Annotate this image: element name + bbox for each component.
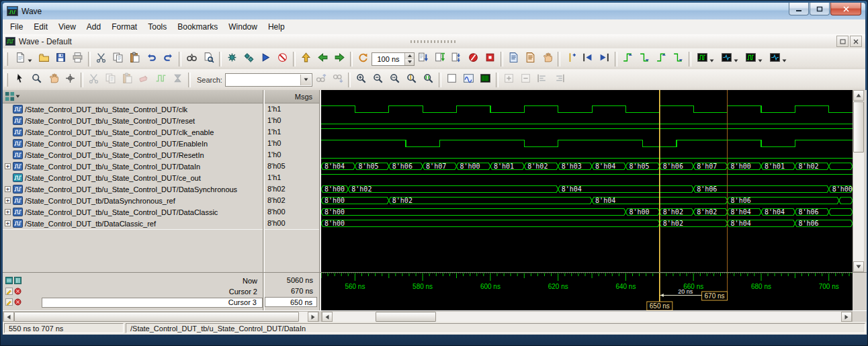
show-leaf-names-button[interactable] bbox=[443, 71, 460, 88]
new-document-button[interactable] bbox=[11, 50, 36, 67]
previous-rising-edge-button[interactable] bbox=[619, 50, 636, 67]
wave-cursor-options-button[interactable] bbox=[693, 50, 718, 67]
pane-undock-button[interactable] bbox=[836, 36, 849, 47]
signal-row[interactable]: /State_Control_DUT_tb/u_State_Control_DU… bbox=[3, 149, 263, 161]
restart-button[interactable] bbox=[355, 50, 372, 67]
wave-compare-options-button[interactable] bbox=[766, 50, 790, 67]
copy-button[interactable] bbox=[110, 50, 126, 67]
compile-all-button[interactable] bbox=[241, 50, 257, 67]
next-transition-button[interactable] bbox=[596, 50, 613, 67]
paste-button[interactable] bbox=[126, 50, 143, 67]
scroll-up-icon[interactable] bbox=[853, 90, 864, 101]
signal-row[interactable]: +/State_Control_DUT_tb/DataSynchronous_r… bbox=[3, 195, 263, 206]
menu-bookmarks[interactable]: Bookmarks bbox=[172, 20, 223, 34]
menu-help[interactable]: Help bbox=[263, 20, 290, 34]
run-all-button[interactable] bbox=[448, 50, 465, 67]
pane-header[interactable]: Wave - Default bbox=[3, 34, 865, 49]
break-button[interactable] bbox=[465, 50, 482, 67]
signal-row[interactable]: +/State_Control_DUT_tb/u_State_Control_D… bbox=[3, 183, 263, 195]
scroll-right-icon[interactable] bbox=[841, 312, 852, 322]
signal-row[interactable]: /State_Control_DUT_tb/u_State_Control_DU… bbox=[3, 172, 263, 183]
scroll-left-icon[interactable] bbox=[3, 312, 14, 322]
redo-button[interactable] bbox=[160, 50, 177, 67]
names-horizontal-scrollbar[interactable] bbox=[3, 311, 319, 322]
maximize-button[interactable] bbox=[810, 3, 830, 15]
pan-mode-button[interactable] bbox=[45, 71, 62, 88]
menu-add[interactable]: Add bbox=[81, 20, 106, 34]
run-length-increase-icon[interactable] bbox=[405, 53, 414, 59]
names-scroll-thumb[interactable] bbox=[14, 312, 299, 322]
names-values-splitter[interactable] bbox=[263, 90, 265, 272]
menu-view[interactable]: View bbox=[53, 20, 81, 34]
names-values-splitter-bottom[interactable] bbox=[263, 273, 265, 310]
zoom-mode-button[interactable] bbox=[28, 71, 45, 88]
insert-cursor-button[interactable] bbox=[562, 50, 579, 67]
select-mode-button[interactable] bbox=[11, 71, 28, 88]
waveform-svg[interactable]: 8'h048'h058'h068'h078'h008'h018'h028'h03… bbox=[321, 90, 853, 272]
menu-format[interactable]: Format bbox=[106, 20, 142, 34]
previous-transition-button[interactable] bbox=[579, 50, 596, 67]
previous-falling-edge-button[interactable] bbox=[653, 50, 670, 67]
find-button[interactable] bbox=[183, 50, 200, 67]
run-button[interactable] bbox=[415, 50, 431, 67]
wave-scroll-thumb[interactable] bbox=[376, 312, 436, 322]
delete-cursor-icon[interactable] bbox=[14, 296, 21, 308]
zoom-cursor-button[interactable] bbox=[403, 71, 420, 88]
wave-signal-options-button[interactable] bbox=[742, 50, 766, 67]
search-text-field[interactable] bbox=[226, 74, 312, 86]
save-button[interactable] bbox=[52, 50, 69, 67]
signal-row[interactable]: /State_Control_DUT_tb/u_State_Control_DU… bbox=[3, 103, 263, 115]
cut-button[interactable] bbox=[93, 50, 110, 67]
titlebar[interactable]: Wave bbox=[3, 3, 865, 20]
scroll-left-icon[interactable] bbox=[322, 312, 333, 322]
show-analog-button[interactable] bbox=[460, 71, 477, 88]
next-rising-edge-button[interactable] bbox=[636, 50, 653, 67]
cursor-row-now[interactable]: Now bbox=[3, 275, 263, 286]
search-dropdown-icon[interactable] bbox=[300, 75, 311, 85]
zoom-range-button[interactable] bbox=[420, 71, 437, 88]
minimize-button[interactable] bbox=[789, 3, 809, 15]
scroll-down-icon[interactable] bbox=[853, 261, 864, 272]
simulate-button[interactable] bbox=[257, 50, 274, 67]
wave-zoom-options-button[interactable] bbox=[718, 50, 742, 67]
expand-toggle[interactable]: + bbox=[5, 198, 11, 204]
signal-row[interactable]: +/State_Control_DUT_tb/u_State_Control_D… bbox=[3, 161, 263, 172]
timeline-svg[interactable]: 560 ns580 ns600 ns620 ns640 ns660 ns680 … bbox=[321, 273, 853, 310]
signal-row[interactable]: /State_Control_DUT_tb/u_State_Control_DU… bbox=[3, 138, 263, 149]
show-grid-button[interactable] bbox=[477, 71, 494, 88]
vertical-scroll-thumb[interactable] bbox=[853, 101, 864, 153]
edit-cursor-icon[interactable] bbox=[5, 296, 13, 308]
menu-tools[interactable]: Tools bbox=[142, 20, 172, 34]
timeline-canvas[interactable]: 560 ns580 ns600 ns620 ns640 ns660 ns680 … bbox=[321, 273, 853, 310]
environment-forward-button[interactable] bbox=[331, 50, 348, 67]
menu-edit[interactable]: Edit bbox=[28, 20, 53, 34]
vertical-scrollbar[interactable] bbox=[853, 90, 864, 272]
zoom-out-button[interactable] bbox=[370, 71, 386, 88]
cursor-row-cursor-2[interactable]: Cursor 2 bbox=[3, 286, 263, 297]
undo-button[interactable] bbox=[143, 50, 160, 67]
expand-toggle[interactable]: + bbox=[5, 163, 11, 169]
stop-button[interactable] bbox=[482, 50, 498, 67]
crosshair-mode-button[interactable] bbox=[62, 71, 79, 88]
find-in-document-button[interactable] bbox=[200, 50, 217, 67]
pane-close-button[interactable] bbox=[850, 36, 862, 47]
open-button[interactable] bbox=[36, 50, 52, 67]
expand-toggle[interactable]: + bbox=[5, 220, 11, 226]
cursor-row-cursor-3[interactable]: Cursor 3 bbox=[3, 297, 263, 308]
write-transcript-button[interactable] bbox=[522, 50, 539, 67]
run-length-decrease-icon[interactable] bbox=[405, 59, 414, 65]
compile-button[interactable] bbox=[224, 50, 241, 67]
signal-row[interactable]: +/State_Control_DUT_tb/u_State_Control_D… bbox=[3, 206, 263, 218]
toolbar-grip[interactable] bbox=[5, 73, 8, 87]
signal-row[interactable]: /State_Control_DUT_tb/u_State_Control_DU… bbox=[3, 126, 263, 138]
environment-up-button[interactable] bbox=[298, 50, 314, 67]
waveform-canvas[interactable]: 8'h048'h058'h068'h078'h008'h018'h028'h03… bbox=[321, 90, 853, 272]
signal-row[interactable]: /State_Control_DUT_tb/u_State_Control_DU… bbox=[3, 115, 263, 126]
pane-drag-grip[interactable] bbox=[410, 40, 458, 43]
expand-toggle[interactable]: + bbox=[5, 209, 11, 215]
zoom-in-button[interactable] bbox=[353, 71, 370, 88]
wave-horizontal-scrollbar[interactable] bbox=[321, 311, 853, 322]
environment-back-button[interactable] bbox=[314, 50, 331, 67]
signal-row[interactable]: +/State_Control_DUT_tb/DataClassic_ref bbox=[3, 218, 263, 229]
toolbar-grip[interactable] bbox=[5, 52, 8, 66]
